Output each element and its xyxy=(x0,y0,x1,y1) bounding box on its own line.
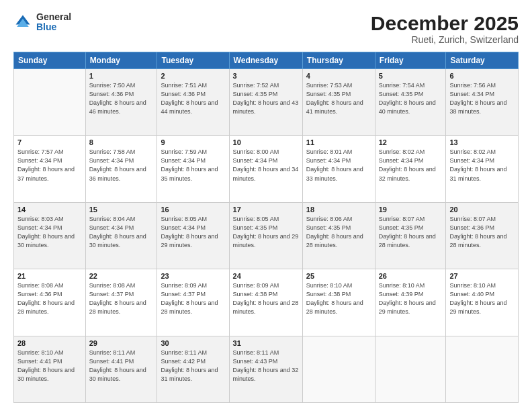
calendar-cell: 20Sunrise: 8:07 AMSunset: 4:36 PMDayligh… xyxy=(446,202,519,269)
day-detail: Sunrise: 8:11 AMSunset: 4:43 PMDaylight:… xyxy=(233,349,299,383)
day-number: 23 xyxy=(161,272,225,280)
day-detail: Sunrise: 8:01 AMSunset: 4:34 PMDaylight:… xyxy=(306,148,371,183)
calendar-cell: 6Sunrise: 7:56 AMSunset: 4:34 PMDaylight… xyxy=(446,69,519,136)
day-detail: Sunrise: 7:57 AMSunset: 4:34 PMDaylight:… xyxy=(17,148,82,183)
calendar-cell: 31Sunrise: 8:11 AMSunset: 4:43 PMDayligh… xyxy=(229,336,302,402)
day-detail: Sunrise: 8:09 AMSunset: 4:37 PMDaylight:… xyxy=(161,281,225,316)
calendar-cell: 11Sunrise: 8:01 AMSunset: 4:34 PMDayligh… xyxy=(302,136,375,202)
day-detail: Sunrise: 8:10 AMSunset: 4:41 PMDaylight:… xyxy=(17,349,82,383)
calendar-cell: 27Sunrise: 8:10 AMSunset: 4:40 PMDayligh… xyxy=(446,269,519,336)
logo-blue-label: Blue xyxy=(36,22,71,32)
day-number: 6 xyxy=(449,72,515,80)
day-detail: Sunrise: 7:59 AMSunset: 4:34 PMDaylight:… xyxy=(161,148,225,183)
calendar-cell: 24Sunrise: 8:09 AMSunset: 4:38 PMDayligh… xyxy=(229,269,302,336)
day-number: 21 xyxy=(17,272,82,280)
day-number: 13 xyxy=(449,138,515,146)
day-number: 8 xyxy=(89,138,154,146)
day-detail: Sunrise: 7:56 AMSunset: 4:34 PMDaylight:… xyxy=(449,81,515,116)
day-detail: Sunrise: 8:09 AMSunset: 4:38 PMDaylight:… xyxy=(233,281,299,316)
calendar-cell: 30Sunrise: 8:11 AMSunset: 4:42 PMDayligh… xyxy=(157,336,229,402)
day-number: 22 xyxy=(89,272,154,280)
calendar-cell: 4Sunrise: 7:53 AMSunset: 4:35 PMDaylight… xyxy=(302,69,375,136)
day-number: 10 xyxy=(233,138,299,146)
day-detail: Sunrise: 8:07 AMSunset: 4:35 PMDaylight:… xyxy=(379,215,443,250)
calendar-week-row: 7Sunrise: 7:57 AMSunset: 4:34 PMDaylight… xyxy=(14,136,519,202)
day-number: 27 xyxy=(449,272,515,280)
day-detail: Sunrise: 7:51 AMSunset: 4:36 PMDaylight:… xyxy=(161,81,225,116)
day-of-week-header: Monday xyxy=(85,52,157,69)
calendar-cell: 15Sunrise: 8:04 AMSunset: 4:34 PMDayligh… xyxy=(85,202,157,269)
calendar-cell: 2Sunrise: 7:51 AMSunset: 4:36 PMDaylight… xyxy=(157,69,229,136)
day-number: 9 xyxy=(161,138,225,146)
day-of-week-header: Thursday xyxy=(302,52,375,69)
day-number: 28 xyxy=(17,339,82,347)
day-number: 12 xyxy=(379,138,443,146)
day-detail: Sunrise: 8:11 AMSunset: 4:42 PMDaylight:… xyxy=(161,349,225,383)
title-block: December 2025 Rueti, Zurich, Switzerland xyxy=(371,12,519,45)
calendar-cell: 13Sunrise: 8:02 AMSunset: 4:34 PMDayligh… xyxy=(446,136,519,202)
day-number: 1 xyxy=(89,72,154,80)
day-of-week-header: Saturday xyxy=(446,52,519,69)
month-title: December 2025 xyxy=(371,12,519,34)
calendar-cell xyxy=(446,336,519,402)
day-number: 7 xyxy=(17,138,82,146)
calendar-cell: 21Sunrise: 8:08 AMSunset: 4:36 PMDayligh… xyxy=(14,269,86,336)
calendar-cell: 7Sunrise: 7:57 AMSunset: 4:34 PMDaylight… xyxy=(14,136,86,202)
day-number: 17 xyxy=(233,205,299,214)
day-of-week-header: Sunday xyxy=(14,52,86,69)
calendar-cell xyxy=(375,336,446,402)
calendar-cell: 18Sunrise: 8:06 AMSunset: 4:35 PMDayligh… xyxy=(302,202,375,269)
day-number: 26 xyxy=(379,272,443,280)
day-number: 18 xyxy=(306,205,371,214)
day-detail: Sunrise: 7:53 AMSunset: 4:35 PMDaylight:… xyxy=(306,81,371,116)
day-detail: Sunrise: 8:03 AMSunset: 4:34 PMDaylight:… xyxy=(17,215,82,250)
calendar-cell: 28Sunrise: 8:10 AMSunset: 4:41 PMDayligh… xyxy=(14,336,86,402)
day-of-week-header: Tuesday xyxy=(157,52,229,69)
calendar-week-row: 1Sunrise: 7:50 AMSunset: 4:36 PMDaylight… xyxy=(14,69,519,136)
day-number: 29 xyxy=(89,339,154,347)
day-number: 25 xyxy=(306,272,371,280)
calendar-cell xyxy=(302,336,375,402)
day-detail: Sunrise: 8:02 AMSunset: 4:34 PMDaylight:… xyxy=(379,148,443,183)
day-detail: Sunrise: 8:05 AMSunset: 4:35 PMDaylight:… xyxy=(233,215,299,250)
calendar-cell: 16Sunrise: 8:05 AMSunset: 4:34 PMDayligh… xyxy=(157,202,229,269)
calendar-cell: 9Sunrise: 7:59 AMSunset: 4:34 PMDaylight… xyxy=(157,136,229,202)
day-number: 11 xyxy=(306,138,371,146)
day-number: 24 xyxy=(233,272,299,280)
day-detail: Sunrise: 7:50 AMSunset: 4:36 PMDaylight:… xyxy=(89,81,154,116)
calendar-week-row: 14Sunrise: 8:03 AMSunset: 4:34 PMDayligh… xyxy=(14,202,519,269)
day-of-week-header: Friday xyxy=(375,52,446,69)
calendar-cell: 25Sunrise: 8:10 AMSunset: 4:38 PMDayligh… xyxy=(302,269,375,336)
logo: General Blue xyxy=(13,12,71,33)
day-number: 15 xyxy=(89,205,154,214)
logo-general-label: General xyxy=(36,12,71,22)
day-number: 19 xyxy=(379,205,443,214)
day-detail: Sunrise: 7:58 AMSunset: 4:34 PMDaylight:… xyxy=(89,148,154,183)
logo-icon xyxy=(13,13,32,32)
page: General Blue December 2025 Rueti, Zurich… xyxy=(0,0,532,411)
day-detail: Sunrise: 8:06 AMSunset: 4:35 PMDaylight:… xyxy=(306,215,371,250)
day-number: 2 xyxy=(161,72,225,80)
calendar-cell: 3Sunrise: 7:52 AMSunset: 4:35 PMDaylight… xyxy=(229,69,302,136)
calendar-week-row: 21Sunrise: 8:08 AMSunset: 4:36 PMDayligh… xyxy=(14,269,519,336)
day-detail: Sunrise: 8:08 AMSunset: 4:37 PMDaylight:… xyxy=(89,281,154,316)
calendar-cell: 19Sunrise: 8:07 AMSunset: 4:35 PMDayligh… xyxy=(375,202,446,269)
header-row: SundayMondayTuesdayWednesdayThursdayFrid… xyxy=(14,52,519,69)
calendar-header: SundayMondayTuesdayWednesdayThursdayFrid… xyxy=(14,52,519,69)
day-detail: Sunrise: 7:52 AMSunset: 4:35 PMDaylight:… xyxy=(233,81,299,116)
calendar-cell: 12Sunrise: 8:02 AMSunset: 4:34 PMDayligh… xyxy=(375,136,446,202)
calendar-cell: 22Sunrise: 8:08 AMSunset: 4:37 PMDayligh… xyxy=(85,269,157,336)
calendar-cell: 1Sunrise: 7:50 AMSunset: 4:36 PMDaylight… xyxy=(85,69,157,136)
day-number: 4 xyxy=(306,72,371,80)
day-detail: Sunrise: 8:05 AMSunset: 4:34 PMDaylight:… xyxy=(161,215,225,250)
calendar-cell xyxy=(14,69,86,136)
calendar-week-row: 28Sunrise: 8:10 AMSunset: 4:41 PMDayligh… xyxy=(14,336,519,402)
calendar-cell: 10Sunrise: 8:00 AMSunset: 4:34 PMDayligh… xyxy=(229,136,302,202)
calendar-body: 1Sunrise: 7:50 AMSunset: 4:36 PMDaylight… xyxy=(14,69,519,403)
calendar-cell: 17Sunrise: 8:05 AMSunset: 4:35 PMDayligh… xyxy=(229,202,302,269)
day-number: 30 xyxy=(161,339,225,347)
calendar-cell: 23Sunrise: 8:09 AMSunset: 4:37 PMDayligh… xyxy=(157,269,229,336)
day-number: 16 xyxy=(161,205,225,214)
day-number: 5 xyxy=(379,72,443,80)
day-detail: Sunrise: 8:04 AMSunset: 4:34 PMDaylight:… xyxy=(89,215,154,250)
